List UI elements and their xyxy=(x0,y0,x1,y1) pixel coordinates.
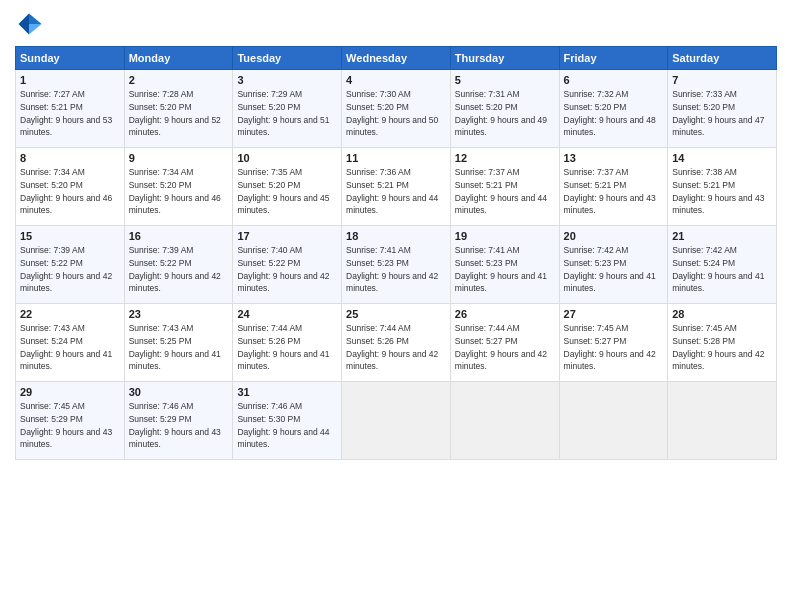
day-number: 16 xyxy=(129,230,229,242)
cell-week2-day5: 12 Sunrise: 7:37 AM Sunset: 5:21 PM Dayl… xyxy=(450,148,559,226)
sunset: Sunset: 5:21 PM xyxy=(564,180,627,190)
cell-week4-day3: 24 Sunrise: 7:44 AM Sunset: 5:26 PM Dayl… xyxy=(233,304,342,382)
sunrise: Sunrise: 7:28 AM xyxy=(129,89,194,99)
day-info: Sunrise: 7:39 AM Sunset: 5:22 PM Dayligh… xyxy=(20,244,120,295)
daylight: Daylight: 9 hours and 51 minutes. xyxy=(237,115,329,138)
day-number: 22 xyxy=(20,308,120,320)
sunrise: Sunrise: 7:45 AM xyxy=(672,323,737,333)
sunset: Sunset: 5:21 PM xyxy=(346,180,409,190)
daylight: Daylight: 9 hours and 42 minutes. xyxy=(20,271,112,294)
sunset: Sunset: 5:20 PM xyxy=(672,102,735,112)
sunset: Sunset: 5:20 PM xyxy=(237,102,300,112)
sunset: Sunset: 5:20 PM xyxy=(346,102,409,112)
daylight: Daylight: 9 hours and 43 minutes. xyxy=(564,193,656,216)
day-number: 28 xyxy=(672,308,772,320)
daylight: Daylight: 9 hours and 41 minutes. xyxy=(129,349,221,372)
cell-week3-day2: 16 Sunrise: 7:39 AM Sunset: 5:22 PM Dayl… xyxy=(124,226,233,304)
day-number: 25 xyxy=(346,308,446,320)
calendar-table: SundayMondayTuesdayWednesdayThursdayFrid… xyxy=(15,46,777,460)
day-number: 17 xyxy=(237,230,337,242)
daylight: Daylight: 9 hours and 50 minutes. xyxy=(346,115,438,138)
sunset: Sunset: 5:27 PM xyxy=(455,336,518,346)
day-number: 27 xyxy=(564,308,664,320)
day-info: Sunrise: 7:44 AM Sunset: 5:26 PM Dayligh… xyxy=(237,322,337,373)
cell-week2-day1: 8 Sunrise: 7:34 AM Sunset: 5:20 PM Dayli… xyxy=(16,148,125,226)
day-number: 18 xyxy=(346,230,446,242)
day-number: 9 xyxy=(129,152,229,164)
sunset: Sunset: 5:26 PM xyxy=(346,336,409,346)
cell-week4-day1: 22 Sunrise: 7:43 AM Sunset: 5:24 PM Dayl… xyxy=(16,304,125,382)
day-info: Sunrise: 7:37 AM Sunset: 5:21 PM Dayligh… xyxy=(455,166,555,217)
sunset: Sunset: 5:21 PM xyxy=(672,180,735,190)
sunrise: Sunrise: 7:33 AM xyxy=(672,89,737,99)
sunrise: Sunrise: 7:44 AM xyxy=(237,323,302,333)
day-info: Sunrise: 7:34 AM Sunset: 5:20 PM Dayligh… xyxy=(20,166,120,217)
sunset: Sunset: 5:25 PM xyxy=(129,336,192,346)
header-day-sunday: Sunday xyxy=(16,47,125,70)
sunrise: Sunrise: 7:45 AM xyxy=(564,323,629,333)
cell-week5-day3: 31 Sunrise: 7:46 AM Sunset: 5:30 PM Dayl… xyxy=(233,382,342,460)
day-info: Sunrise: 7:32 AM Sunset: 5:20 PM Dayligh… xyxy=(564,88,664,139)
sunrise: Sunrise: 7:35 AM xyxy=(237,167,302,177)
sunset: Sunset: 5:20 PM xyxy=(455,102,518,112)
sunrise: Sunrise: 7:44 AM xyxy=(455,323,520,333)
cell-week5-day1: 29 Sunrise: 7:45 AM Sunset: 5:29 PM Dayl… xyxy=(16,382,125,460)
sunset: Sunset: 5:26 PM xyxy=(237,336,300,346)
day-number: 24 xyxy=(237,308,337,320)
cell-week4-day6: 27 Sunrise: 7:45 AM Sunset: 5:27 PM Dayl… xyxy=(559,304,668,382)
cell-week1-day7: 7 Sunrise: 7:33 AM Sunset: 5:20 PM Dayli… xyxy=(668,70,777,148)
daylight: Daylight: 9 hours and 42 minutes. xyxy=(564,349,656,372)
cell-week1-day1: 1 Sunrise: 7:27 AM Sunset: 5:21 PM Dayli… xyxy=(16,70,125,148)
day-number: 6 xyxy=(564,74,664,86)
cell-week1-day6: 6 Sunrise: 7:32 AM Sunset: 5:20 PM Dayli… xyxy=(559,70,668,148)
logo-icon xyxy=(15,10,43,38)
day-number: 29 xyxy=(20,386,120,398)
cell-week2-day4: 11 Sunrise: 7:36 AM Sunset: 5:21 PM Dayl… xyxy=(342,148,451,226)
sunset: Sunset: 5:24 PM xyxy=(20,336,83,346)
daylight: Daylight: 9 hours and 46 minutes. xyxy=(20,193,112,216)
sunrise: Sunrise: 7:43 AM xyxy=(20,323,85,333)
sunrise: Sunrise: 7:34 AM xyxy=(20,167,85,177)
sunset: Sunset: 5:27 PM xyxy=(564,336,627,346)
header-day-saturday: Saturday xyxy=(668,47,777,70)
day-info: Sunrise: 7:45 AM Sunset: 5:27 PM Dayligh… xyxy=(564,322,664,373)
day-info: Sunrise: 7:43 AM Sunset: 5:24 PM Dayligh… xyxy=(20,322,120,373)
day-number: 30 xyxy=(129,386,229,398)
day-info: Sunrise: 7:38 AM Sunset: 5:21 PM Dayligh… xyxy=(672,166,772,217)
cell-week3-day5: 19 Sunrise: 7:41 AM Sunset: 5:23 PM Dayl… xyxy=(450,226,559,304)
header-day-wednesday: Wednesday xyxy=(342,47,451,70)
sunrise: Sunrise: 7:27 AM xyxy=(20,89,85,99)
daylight: Daylight: 9 hours and 47 minutes. xyxy=(672,115,764,138)
sunset: Sunset: 5:28 PM xyxy=(672,336,735,346)
sunset: Sunset: 5:24 PM xyxy=(672,258,735,268)
cell-week4-day7: 28 Sunrise: 7:45 AM Sunset: 5:28 PM Dayl… xyxy=(668,304,777,382)
week-row-4: 22 Sunrise: 7:43 AM Sunset: 5:24 PM Dayl… xyxy=(16,304,777,382)
day-info: Sunrise: 7:34 AM Sunset: 5:20 PM Dayligh… xyxy=(129,166,229,217)
svg-marker-1 xyxy=(29,24,42,35)
sunrise: Sunrise: 7:41 AM xyxy=(346,245,411,255)
cell-week3-day7: 21 Sunrise: 7:42 AM Sunset: 5:24 PM Dayl… xyxy=(668,226,777,304)
daylight: Daylight: 9 hours and 42 minutes. xyxy=(346,349,438,372)
day-number: 19 xyxy=(455,230,555,242)
sunset: Sunset: 5:22 PM xyxy=(237,258,300,268)
sunrise: Sunrise: 7:44 AM xyxy=(346,323,411,333)
day-info: Sunrise: 7:42 AM Sunset: 5:23 PM Dayligh… xyxy=(564,244,664,295)
day-info: Sunrise: 7:44 AM Sunset: 5:26 PM Dayligh… xyxy=(346,322,446,373)
daylight: Daylight: 9 hours and 43 minutes. xyxy=(672,193,764,216)
day-number: 3 xyxy=(237,74,337,86)
daylight: Daylight: 9 hours and 53 minutes. xyxy=(20,115,112,138)
day-number: 31 xyxy=(237,386,337,398)
day-info: Sunrise: 7:41 AM Sunset: 5:23 PM Dayligh… xyxy=(455,244,555,295)
sunrise: Sunrise: 7:39 AM xyxy=(129,245,194,255)
day-info: Sunrise: 7:28 AM Sunset: 5:20 PM Dayligh… xyxy=(129,88,229,139)
sunrise: Sunrise: 7:45 AM xyxy=(20,401,85,411)
daylight: Daylight: 9 hours and 44 minutes. xyxy=(455,193,547,216)
day-number: 15 xyxy=(20,230,120,242)
day-info: Sunrise: 7:42 AM Sunset: 5:24 PM Dayligh… xyxy=(672,244,772,295)
daylight: Daylight: 9 hours and 45 minutes. xyxy=(237,193,329,216)
sunset: Sunset: 5:22 PM xyxy=(129,258,192,268)
cell-week3-day3: 17 Sunrise: 7:40 AM Sunset: 5:22 PM Dayl… xyxy=(233,226,342,304)
daylight: Daylight: 9 hours and 41 minutes. xyxy=(564,271,656,294)
daylight: Daylight: 9 hours and 52 minutes. xyxy=(129,115,221,138)
daylight: Daylight: 9 hours and 44 minutes. xyxy=(346,193,438,216)
